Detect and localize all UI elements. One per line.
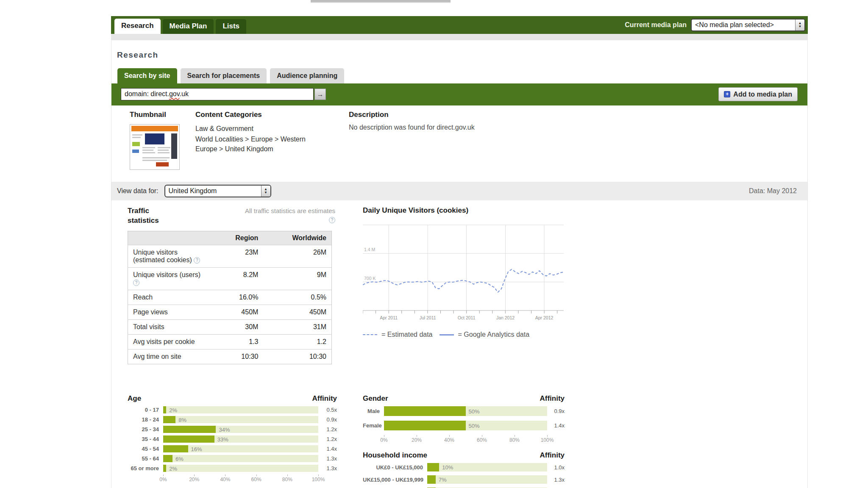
estimated-data-line xyxy=(363,269,564,292)
current-media-plan-label: Current media plan xyxy=(625,21,687,29)
traffic-statistics-heading: Trafficstatistics xyxy=(128,206,159,226)
bar-row: UK£15,000 - UK£19,9997%1.3x xyxy=(363,475,565,484)
affinity-heading: Affinity xyxy=(540,451,565,460)
subtab-search-for-placements[interactable]: Search for placements xyxy=(181,68,267,83)
bar-row: 45 - 5416%1.4x xyxy=(120,445,337,452)
bar-row: 18 - 248%0.9x xyxy=(120,416,337,423)
svg-text:Apr 2011: Apr 2011 xyxy=(380,315,398,320)
metric-label: Avg time on site xyxy=(128,349,213,364)
help-icon[interactable]: ? xyxy=(329,217,335,223)
axis-tick xyxy=(225,474,225,476)
dashed-line-icon xyxy=(363,334,377,335)
affinity-value: 0.9x xyxy=(547,408,565,414)
worldwide-value: 10:30 xyxy=(263,349,331,364)
bar-fill xyxy=(384,421,466,430)
topbar-shadow-strip xyxy=(111,34,808,40)
bar-label: UK£15,000 - UK£19,999 xyxy=(363,477,427,483)
bar-label: 45 - 54 xyxy=(120,446,163,452)
bar-fill xyxy=(427,475,436,484)
affinity-value: 1.4x xyxy=(547,422,565,429)
gender-axis: 0%20%40%60%80%100% xyxy=(384,435,547,444)
affinity-value: 1.3x xyxy=(318,455,337,462)
svg-text:1.4 M: 1.4 M xyxy=(364,247,375,252)
axis-tick-label: 20% xyxy=(412,437,422,443)
bar-row: 0 - 172%0.5x xyxy=(120,406,337,413)
axis-tick-label: 60% xyxy=(477,437,487,443)
search-go-button[interactable]: → xyxy=(314,89,326,100)
bar-value-label: 2% xyxy=(169,465,177,471)
axis-tick-label: 0% xyxy=(159,477,167,482)
add-to-media-plan-button[interactable]: + Add to media plan xyxy=(718,87,798,101)
affinity-value: 1.3x xyxy=(547,477,565,483)
region-value: 450M xyxy=(213,305,264,319)
topnav-tab-research[interactable]: Research xyxy=(114,19,161,34)
site-info-row: Thumbnail xyxy=(111,105,807,182)
worldwide-value: 0.5% xyxy=(263,290,331,305)
region-value: 8.2M xyxy=(213,267,264,290)
region-select-value: United Kingdom xyxy=(165,186,261,197)
region-select[interactable]: United Kingdom ▲▼ xyxy=(164,185,271,197)
query-text-misspelled: gov xyxy=(169,90,180,97)
view-data-for-label: View data for: xyxy=(117,187,159,195)
traffic-estimates-note: All traffic statistics are estimates ? xyxy=(244,206,335,226)
gender-heading: Gender xyxy=(363,394,388,403)
bar-label: UK£0 - UK£15,000 xyxy=(363,464,427,471)
current-media-plan-control: Current media plan <No media plan select… xyxy=(625,16,805,34)
topnav-tab-lists[interactable]: Lists xyxy=(216,19,246,34)
stepper-icon[interactable]: ▲▼ xyxy=(795,19,804,30)
gender-chart: Gender Affinity Male50%0.9xFemale50%1.4x… xyxy=(363,394,565,444)
affinity-value: 1.2x xyxy=(318,436,337,442)
topnav-tab-media-plan[interactable]: Media Plan xyxy=(163,19,214,34)
stepper-icon[interactable]: ▲▼ xyxy=(261,186,270,197)
subtab-audience-planning[interactable]: Audience planning xyxy=(270,68,344,83)
region-value: 1.3 xyxy=(213,334,264,349)
svg-text:Oct 2011: Oct 2011 xyxy=(458,315,476,320)
description-column: Description No description was found for… xyxy=(349,111,603,131)
media-plan-select[interactable]: <No media plan selected> ▲▼ xyxy=(691,19,805,31)
bar-track: 33% xyxy=(163,435,318,443)
research-subtabs: Search by siteSearch for placementsAudie… xyxy=(117,68,807,83)
site-search-bar: domain: direct.gov.uk → + Add to media p… xyxy=(111,83,807,105)
bar-track: 50% xyxy=(384,421,547,430)
page-title: Research xyxy=(111,40,807,60)
bar-track: 7% xyxy=(427,475,547,484)
table-row: Total visits 30M31M xyxy=(128,319,332,334)
help-icon[interactable]: ? xyxy=(194,257,200,263)
help-icon[interactable]: ? xyxy=(133,280,139,286)
traffic-statistics-section: Trafficstatistics All traffic statistics… xyxy=(128,206,335,364)
chart-legend: = Estimated data = Google Analytics data xyxy=(363,331,567,338)
table-row: Page views 450M450M xyxy=(128,305,332,319)
household-income-heading: Household income xyxy=(363,451,427,460)
table-row: Unique visitors (estimated cookies) ?23M… xyxy=(128,245,332,267)
bar-row: 35 - 4433%1.2x xyxy=(120,435,337,443)
bar-track: 50% xyxy=(384,406,547,416)
bar-fill xyxy=(163,465,166,472)
bar-value-label: 33% xyxy=(217,436,228,442)
table-row: Unique visitors (users) ?8.2M9M xyxy=(128,267,332,290)
bar-track: 16% xyxy=(163,445,318,452)
axis-tick xyxy=(515,435,515,437)
domain-search-input[interactable]: domain: direct.gov.uk xyxy=(121,88,314,100)
axis-tick xyxy=(318,474,319,476)
bar-row: Female50%1.4x xyxy=(363,421,565,430)
axis-tick xyxy=(547,435,548,437)
axis-tick xyxy=(256,474,257,476)
subtab-search-by-site[interactable]: Search by site xyxy=(117,68,177,83)
svg-text:Apr 2012: Apr 2012 xyxy=(535,315,554,320)
bar-value-label: 16% xyxy=(191,446,202,452)
bar-label: 55 - 64 xyxy=(120,455,163,462)
svg-text:Jul 2011: Jul 2011 xyxy=(420,315,436,320)
bar-label: Female xyxy=(363,422,384,429)
axis-tick-label: 80% xyxy=(282,477,292,482)
age-heading: Age xyxy=(128,394,141,403)
thumbnail-column: Thumbnail xyxy=(130,111,180,170)
bar-value-label: 34% xyxy=(219,426,230,433)
age-chart: Age Affinity 0 - 172%0.5x18 - 248%0.9x25… xyxy=(120,394,337,483)
bar-fill xyxy=(384,406,466,416)
table-row: Avg time on site 10:3010:30 xyxy=(128,349,332,364)
bar-value-label: 8% xyxy=(178,416,186,423)
table-row: Reach 16.0%0.5% xyxy=(128,290,332,305)
worldwide-value: 1.2 xyxy=(263,334,331,349)
axis-tick-label: 60% xyxy=(251,477,262,482)
daily-unique-visitors-title: Daily Unique Visitors (cookies) xyxy=(363,206,567,215)
